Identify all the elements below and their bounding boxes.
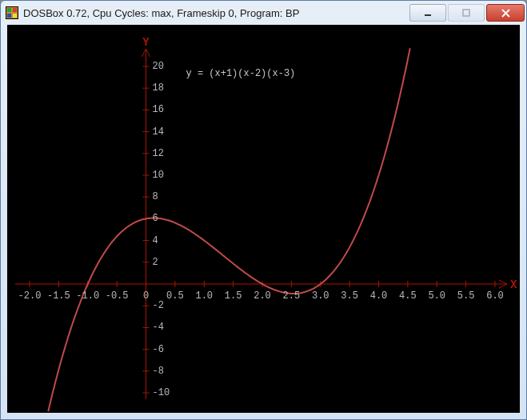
- svg-rect-5: [13, 14, 17, 18]
- svg-rect-7: [463, 10, 469, 16]
- equation-label: y = (x+1)(x-2)(x-3): [186, 68, 296, 79]
- y-tick-label: 2: [153, 257, 172, 268]
- y-tick-label: 6: [153, 213, 172, 224]
- x-tick-label: 1.0: [195, 290, 213, 302]
- y-tick-label: -4: [153, 322, 172, 333]
- y-tick-label: 20: [153, 61, 172, 72]
- svg-rect-6: [425, 14, 431, 16]
- x-tick-label: 3.5: [341, 290, 358, 302]
- titlebar[interactable]: DOSBox 0.72, Cpu Cycles: max, Frameskip …: [1, 1, 526, 25]
- y-tick-label: -2: [153, 300, 172, 311]
- x-tick-label: 0: [143, 290, 149, 302]
- x-tick-label: 4.5: [399, 290, 417, 302]
- svg-text:Y: Y: [142, 36, 150, 49]
- y-tick-label: 18: [153, 82, 172, 94]
- y-tick-label: 10: [153, 170, 172, 181]
- y-tick-label: -8: [153, 366, 172, 377]
- app-window: DOSBox 0.72, Cpu Cycles: max, Frameskip …: [0, 0, 527, 420]
- svg-rect-3: [13, 8, 17, 12]
- dosbox-icon: [6, 6, 18, 19]
- x-tick-label: 4.0: [370, 290, 388, 302]
- x-tick-label: -0.5: [106, 290, 129, 302]
- y-tick-label: 8: [153, 191, 172, 202]
- svg-rect-4: [7, 14, 11, 18]
- plot-area: Y X y = (x+1)(x-2)(x-3) -2.0-1.5-1.0-0.5…: [7, 25, 520, 413]
- plot-canvas-wrap: Y X y = (x+1)(x-2)(x-3) -2.0-1.5-1.0-0.5…: [7, 25, 520, 413]
- x-tick-label: 3.0: [312, 290, 329, 302]
- y-tick-label: -6: [153, 344, 172, 355]
- plot-svg: Y X: [7, 25, 520, 413]
- y-tick-label: 4: [153, 235, 172, 246]
- x-tick-label: 2.0: [254, 290, 271, 302]
- maximize-icon: [462, 9, 470, 17]
- x-tick-label: -1.5: [47, 290, 70, 302]
- y-tick-label: 12: [153, 148, 172, 159]
- minimize-icon: [424, 9, 432, 17]
- maximize-button[interactable]: [448, 4, 485, 22]
- close-icon: [501, 9, 510, 18]
- minimize-button[interactable]: [409, 4, 446, 22]
- x-tick-label: 5.5: [457, 290, 475, 302]
- x-tick-label: -1.0: [76, 290, 99, 302]
- y-tick-label: -10: [153, 387, 172, 398]
- x-tick-label: 1.5: [225, 290, 242, 302]
- y-tick-label: 16: [153, 104, 172, 115]
- y-tick-label: 14: [153, 126, 172, 138]
- x-tick-label: -2.0: [18, 290, 42, 302]
- window-title: DOSBox 0.72, Cpu Cycles: max, Frameskip …: [23, 7, 408, 19]
- close-button[interactable]: [486, 4, 525, 22]
- svg-text:X: X: [510, 278, 517, 291]
- x-tick-label: 6.0: [486, 290, 504, 302]
- x-tick-label: 2.5: [283, 290, 301, 302]
- x-tick-label: 5.0: [428, 290, 445, 302]
- window-controls: [408, 4, 525, 22]
- svg-rect-2: [7, 8, 11, 12]
